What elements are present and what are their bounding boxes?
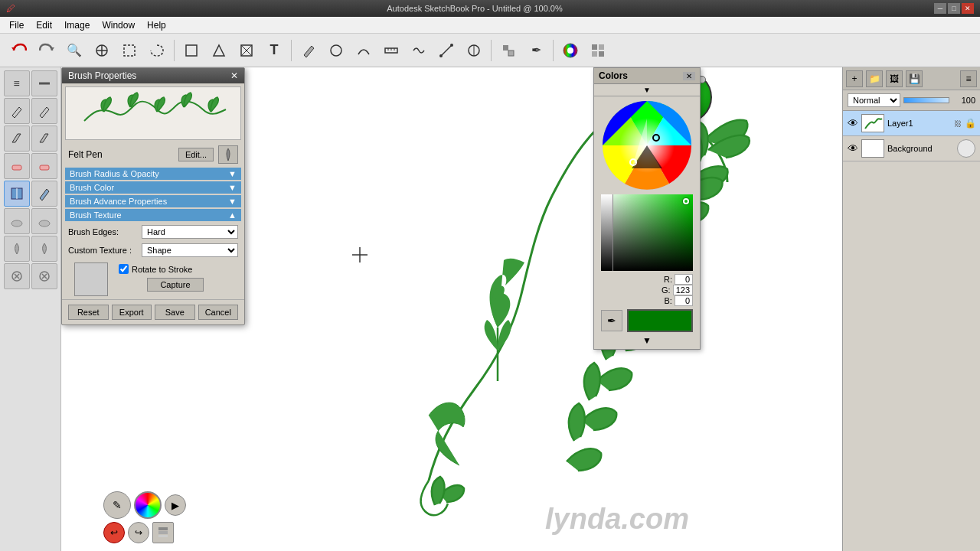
- custom-texture-select[interactable]: Shape None Custom: [142, 243, 238, 257]
- bottom-mini-toolbar: ✎ ▶ ↩ ↪: [103, 491, 186, 543]
- mini-play-button[interactable]: ▶: [165, 494, 186, 516]
- left-tool-pencil2[interactable]: [31, 98, 57, 124]
- colors-scroll-down[interactable]: ▼: [642, 335, 652, 346]
- left-tool-smear1[interactable]: [4, 208, 30, 234]
- r-value[interactable]: 0: [675, 274, 693, 285]
- left-tool-pen[interactable]: [31, 181, 57, 207]
- perspective-button[interactable]: [234, 37, 260, 64]
- colors-panel-close[interactable]: ✕: [683, 72, 695, 80]
- gray-strip[interactable]: [601, 194, 613, 271]
- layer1-lock[interactable]: 🔒: [965, 118, 975, 129]
- close-button[interactable]: ✕: [962, 3, 974, 14]
- zoom-button[interactable]: 🔍: [61, 37, 87, 64]
- add-folder-button[interactable]: 📁: [866, 70, 883, 87]
- left-tool-brush1[interactable]: [4, 236, 30, 262]
- layer1-row[interactable]: 👁 Layer1 ⛓ 🔒: [843, 111, 980, 136]
- text-button[interactable]: T: [261, 37, 287, 64]
- svg-rect-46: [158, 535, 168, 537]
- layer1-visibility[interactable]: 👁: [848, 117, 858, 129]
- select-rect-button[interactable]: [116, 37, 142, 64]
- left-tool-stroke1[interactable]: ≡: [4, 70, 30, 96]
- color-wheel-button[interactable]: [557, 37, 583, 64]
- undo-button[interactable]: [6, 37, 32, 64]
- opacity-slider[interactable]: [903, 97, 949, 103]
- svg-marker-1: [50, 47, 54, 51]
- maximize-button[interactable]: □: [948, 3, 960, 14]
- cancel-button[interactable]: Cancel: [198, 305, 239, 320]
- ruler-button[interactable]: [378, 37, 404, 64]
- brush-panel-close-button[interactable]: ✕: [230, 70, 238, 81]
- shape-button[interactable]: [206, 37, 232, 64]
- brush-library-button[interactable]: [585, 37, 611, 64]
- left-tool-fx1[interactable]: [4, 263, 30, 289]
- left-tool-stroke2[interactable]: [31, 70, 57, 96]
- menu-image[interactable]: Image: [58, 18, 96, 32]
- canvas-area[interactable]: Colors ✕ ▼: [61, 67, 842, 551]
- color-wheel-svg[interactable]: [601, 99, 693, 191]
- crop-button[interactable]: [178, 37, 204, 64]
- symmetry-button[interactable]: [406, 37, 432, 64]
- left-tool-eraser2[interactable]: [31, 153, 57, 179]
- gradient-selector[interactable]: [601, 194, 693, 271]
- rotate-stroke-checkbox[interactable]: [119, 264, 129, 274]
- brush-section-radius[interactable]: Brush Radius & Opacity ▼: [65, 168, 241, 180]
- redo-button[interactable]: [34, 37, 60, 64]
- left-tool-brush2[interactable]: [31, 236, 57, 262]
- left-tool-marker2[interactable]: [31, 126, 57, 152]
- g-value[interactable]: 123: [673, 285, 693, 295]
- brush-icon-button[interactable]: [218, 145, 238, 164]
- add-layer-button[interactable]: +: [846, 70, 863, 87]
- svg-marker-7: [214, 45, 224, 56]
- background-color-indicator: [957, 139, 975, 158]
- mini-brush-button[interactable]: ✎: [103, 491, 131, 519]
- brush-section-advance[interactable]: Brush Advance Properties ▼: [65, 195, 241, 207]
- save-layer-button[interactable]: 💾: [906, 70, 923, 87]
- line-button[interactable]: [433, 37, 459, 64]
- brush-edges-select[interactable]: Hard Soft Medium: [142, 225, 238, 239]
- menu-file[interactable]: File: [3, 18, 30, 32]
- background-row[interactable]: 👁 Background: [843, 136, 980, 161]
- curve-button[interactable]: [351, 37, 377, 64]
- left-tool-fx2[interactable]: [31, 263, 57, 289]
- color-swatch[interactable]: [627, 309, 693, 332]
- menu-window[interactable]: Window: [96, 18, 141, 32]
- brush-edit-button[interactable]: Edit...: [178, 148, 214, 161]
- move-layer-button[interactable]: [495, 37, 521, 64]
- left-tool-eraser1[interactable]: [4, 153, 30, 179]
- background-visibility[interactable]: 👁: [848, 142, 858, 155]
- circle-tool-button[interactable]: [323, 37, 349, 64]
- svg-rect-44: [158, 527, 168, 530]
- brush-panel-titlebar[interactable]: Brush Properties ✕: [62, 68, 244, 83]
- left-tool-marker1[interactable]: [4, 126, 30, 152]
- svg-rect-30: [12, 165, 21, 170]
- left-tool-smear2[interactable]: [31, 208, 57, 234]
- select-lasso-button[interactable]: [144, 37, 170, 64]
- layers-menu-button[interactable]: ≡: [960, 70, 977, 87]
- menu-help[interactable]: Help: [141, 18, 172, 32]
- capture-button[interactable]: Capture: [147, 278, 203, 292]
- tool-row-6: [4, 208, 57, 234]
- blend-mode-select[interactable]: Normal Multiply Screen Overlay: [848, 93, 900, 107]
- brush-pen-button[interactable]: ✒: [523, 37, 549, 64]
- b-value[interactable]: 0: [675, 295, 693, 306]
- mini-color-wheel[interactable]: [134, 491, 162, 519]
- transform-button[interactable]: [89, 37, 115, 64]
- menu-edit[interactable]: Edit: [30, 18, 58, 32]
- reset-button[interactable]: Reset: [68, 305, 109, 320]
- mini-undo-button[interactable]: ↩: [103, 522, 125, 543]
- brush-section-texture[interactable]: Brush Texture ▲: [65, 209, 241, 221]
- eyedropper-button[interactable]: ✒: [601, 310, 622, 331]
- left-tool-pencil1[interactable]: [4, 98, 30, 124]
- mini-redo-button[interactable]: ↪: [128, 522, 149, 543]
- brush-section-color[interactable]: Brush Color ▼: [65, 181, 241, 194]
- minimize-button[interactable]: ─: [934, 3, 946, 14]
- left-tool-fill[interactable]: [4, 181, 30, 207]
- pencil-button[interactable]: [296, 37, 322, 64]
- import-image-button[interactable]: 🖼: [886, 70, 903, 87]
- shape2-button[interactable]: [461, 37, 487, 64]
- save-button[interactable]: Save: [155, 305, 195, 320]
- mini-layer-button[interactable]: [152, 522, 174, 543]
- export-button[interactable]: Export: [112, 305, 152, 320]
- color-tab-active[interactable]: ▼: [594, 84, 700, 96]
- svg-point-35: [39, 220, 50, 227]
